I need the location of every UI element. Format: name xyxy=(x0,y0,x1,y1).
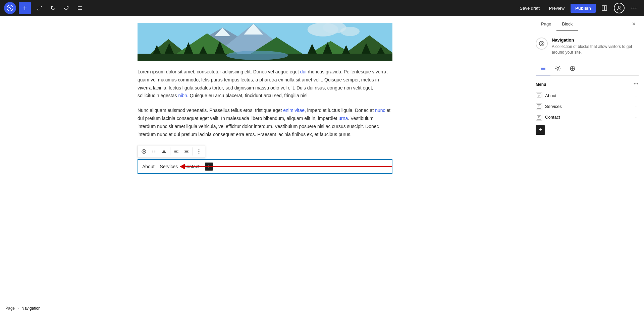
view-toggle-button[interactable] xyxy=(598,2,610,14)
svg-point-14 xyxy=(340,27,360,36)
svg-point-10 xyxy=(636,8,637,9)
edit-tool-button[interactable] xyxy=(34,2,46,14)
block-title: Navigation xyxy=(552,38,639,43)
navigation-block[interactable]: About Services Contact + xyxy=(138,159,392,174)
block-nav-icon-button[interactable] xyxy=(139,147,149,156)
menu-item-contact[interactable]: Contact ··· xyxy=(536,112,639,123)
list-view-button[interactable] xyxy=(74,2,86,14)
status-bar: Page › Navigation xyxy=(0,302,644,314)
block-info-text: Navigation A collection of blocks that a… xyxy=(552,38,639,55)
sidebar-close-button[interactable]: × xyxy=(629,19,639,29)
menu-item-services-label: Services xyxy=(545,104,633,109)
align-center-button[interactable] xyxy=(182,147,191,156)
nav-item-about[interactable]: About xyxy=(142,164,155,169)
svg-point-62 xyxy=(636,83,637,84)
svg-point-61 xyxy=(634,83,635,84)
svg-rect-67 xyxy=(537,105,541,109)
svg-point-7 xyxy=(618,6,620,8)
menu-item-about-icon xyxy=(536,92,542,99)
toolbar-separator-2 xyxy=(193,147,193,155)
align-left-button[interactable] xyxy=(172,147,181,156)
svg-point-39 xyxy=(153,151,153,152)
block-tab[interactable]: Block xyxy=(556,17,578,31)
more-options-button[interactable] xyxy=(628,2,640,14)
avatar-circle xyxy=(614,3,625,13)
hero-image xyxy=(138,23,392,61)
nav-block-wrapper: About Services Contact + xyxy=(138,159,392,174)
menu-section-header: Menu xyxy=(536,81,639,88)
page-tab[interactable]: Page xyxy=(536,17,556,31)
menu-label: Menu xyxy=(536,82,546,87)
block-more-button[interactable] xyxy=(194,147,204,156)
top-toolbar: + Save draft Preview Publish xyxy=(0,0,644,16)
block-toolbar xyxy=(138,145,205,158)
undo-button[interactable] xyxy=(47,2,59,14)
menu-item-services-icon xyxy=(536,103,542,110)
svg-rect-64 xyxy=(537,94,541,98)
menu-add-button[interactable]: + xyxy=(536,125,545,135)
sidebar-content: Navigation A collection of blocks that a… xyxy=(530,32,644,140)
block-description: A collection of blocks that allow visito… xyxy=(552,44,639,55)
preview-button[interactable]: Preview xyxy=(546,4,568,13)
svg-point-9 xyxy=(634,8,635,9)
breadcrumb-page[interactable]: Page xyxy=(5,306,15,311)
svg-point-63 xyxy=(637,83,638,84)
settings-icon-tab[interactable] xyxy=(550,62,565,75)
nav-item-contact[interactable]: Contact xyxy=(183,164,199,169)
breadcrumb-separator: › xyxy=(17,306,19,311)
menu-item-contact-label: Contact xyxy=(545,115,633,120)
menu-item-contact-icon xyxy=(536,114,542,121)
menu-item-about-handle: ··· xyxy=(635,93,639,98)
toolbar-separator-1 xyxy=(170,147,170,155)
sidebar-tabs: Page Block × xyxy=(530,16,644,32)
nav-item-services[interactable]: Services xyxy=(160,164,178,169)
svg-point-54 xyxy=(539,41,544,46)
svg-point-38 xyxy=(153,150,153,150)
link-nunc[interactable]: nunc xyxy=(375,108,385,113)
svg-point-40 xyxy=(153,152,153,153)
paragraph-2: Nunc aliquam euismod venenatis. Phasellu… xyxy=(138,107,392,138)
menu-more-button[interactable] xyxy=(633,81,639,88)
block-icon xyxy=(536,38,548,50)
user-avatar[interactable] xyxy=(613,2,625,14)
menu-section: Menu About xyxy=(536,81,639,135)
svg-marker-44 xyxy=(162,150,166,153)
svg-point-42 xyxy=(155,151,155,152)
right-sidebar: Page Block × Navigation A collection of … xyxy=(530,16,644,302)
menu-item-contact-handle: ··· xyxy=(635,115,639,120)
link-nibh[interactable]: nibh xyxy=(178,93,187,98)
wordpress-logo[interactable] xyxy=(4,2,16,14)
link-dui[interactable]: dui xyxy=(300,69,307,74)
svg-point-8 xyxy=(632,8,633,9)
svg-point-53 xyxy=(199,153,200,154)
publish-button[interactable]: Publish xyxy=(571,4,596,13)
main-editor-area: Lorem ipsum dolor sit amet, consectetur … xyxy=(0,16,530,302)
redo-button[interactable] xyxy=(60,2,72,14)
menu-item-about[interactable]: About ··· xyxy=(536,90,639,101)
link-urna[interactable]: urna xyxy=(338,116,348,121)
svg-point-37 xyxy=(143,151,145,152)
svg-point-41 xyxy=(155,150,155,150)
breadcrumb-navigation[interactable]: Navigation xyxy=(21,306,41,311)
svg-point-36 xyxy=(142,149,146,153)
svg-point-55 xyxy=(541,43,543,45)
editor-content: Lorem ipsum dolor sit amet, consectetur … xyxy=(124,16,406,194)
svg-rect-70 xyxy=(537,115,541,119)
add-block-button[interactable]: + xyxy=(19,2,31,14)
list-view-icon-tab[interactable] xyxy=(536,62,550,75)
styles-icon-tab[interactable] xyxy=(565,62,580,75)
svg-point-43 xyxy=(155,152,155,153)
move-up-button[interactable] xyxy=(159,147,169,156)
block-info: Navigation A collection of blocks that a… xyxy=(536,38,639,55)
menu-item-about-label: About xyxy=(545,93,633,98)
menu-item-services-handle: ··· xyxy=(635,104,639,109)
sidebar-tab-group: Page Block xyxy=(536,17,578,31)
drag-handle-button[interactable] xyxy=(149,147,159,156)
paragraph-1: Lorem ipsum dolor sit amet, consectetur … xyxy=(138,68,392,100)
save-draft-button[interactable]: Save draft xyxy=(517,4,543,13)
svg-point-51 xyxy=(199,149,200,150)
menu-item-services[interactable]: Services ··· xyxy=(536,101,639,112)
svg-point-52 xyxy=(199,151,200,152)
nav-add-item-button[interactable]: + xyxy=(205,163,213,171)
link-enim-vitae[interactable]: enim vitae xyxy=(283,108,305,113)
